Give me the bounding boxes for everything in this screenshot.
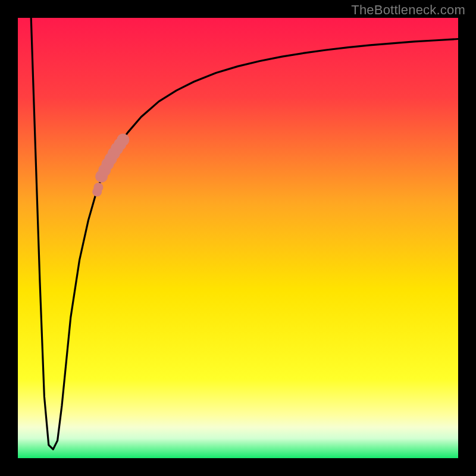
chart-frame: TheBottleneck.com [0, 0, 476, 476]
watermark-text: TheBottleneck.com [351, 2, 465, 18]
marker-dot [117, 133, 129, 146]
marker-dot [93, 183, 103, 192]
chart-svg [0, 0, 476, 476]
